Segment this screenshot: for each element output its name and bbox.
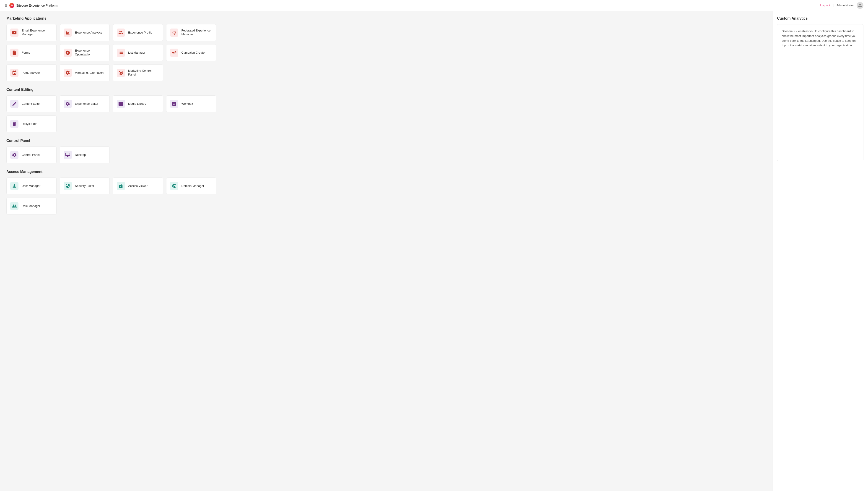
logout-link[interactable]: Log out xyxy=(820,4,830,7)
card-marketing-control-panel[interactable]: Marketing Control Panel xyxy=(113,64,163,81)
section-title-content-editing: Content Editing xyxy=(6,88,766,92)
cards-grid-control-panel: Control PanelDesktop xyxy=(6,146,216,163)
card-icon-marketing-automation xyxy=(64,69,72,77)
topbar-separator: | xyxy=(833,4,834,7)
card-icon-campaign-creator xyxy=(170,49,178,57)
card-icon-content-editor xyxy=(10,100,19,108)
card-federated-experience-manager[interactable]: Federated Experience Manager xyxy=(166,24,216,41)
card-label-workbox: Workbox xyxy=(182,102,193,106)
section-content-editing: Content EditingContent EditorExperience … xyxy=(6,88,766,132)
section-title-access-management: Access Management xyxy=(6,170,766,174)
card-icon-federated-experience-manager xyxy=(170,29,178,37)
card-list-manager[interactable]: List Manager xyxy=(113,44,163,61)
card-icon-list-manager xyxy=(117,49,125,57)
app-title: Sitecore Experience Platform xyxy=(16,4,58,7)
card-label-domain-manager: Domain Manager xyxy=(182,184,204,188)
card-experience-optimization[interactable]: Experience Optimization xyxy=(60,44,110,61)
card-icon-experience-optimization xyxy=(64,49,72,57)
grid-icon[interactable]: ⊞ xyxy=(5,3,7,7)
card-role-manager[interactable]: Role Manager xyxy=(6,198,57,214)
card-label-campaign-creator: Campaign Creator xyxy=(182,51,206,55)
card-label-access-viewer: Access Viewer xyxy=(128,184,148,188)
topbar-left: ⊞ Sitecore Experience Platform xyxy=(5,3,58,8)
card-icon-control-panel-app xyxy=(10,151,19,159)
card-recycle-bin[interactable]: Recycle Bin xyxy=(6,115,57,132)
card-marketing-automation[interactable]: Marketing Automation xyxy=(60,64,110,81)
card-icon-email-experience-manager xyxy=(10,29,19,37)
card-icon-experience-editor xyxy=(64,100,72,108)
card-label-forms: Forms xyxy=(22,51,30,55)
card-icon-access-viewer xyxy=(117,182,125,190)
card-label-marketing-automation: Marketing Automation xyxy=(75,71,104,75)
card-label-security-editor: Security Editor xyxy=(75,184,94,188)
sitecore-logo-icon xyxy=(9,3,14,8)
card-desktop[interactable]: Desktop xyxy=(60,146,110,163)
card-icon-domain-manager xyxy=(170,182,178,190)
section-title-control-panel: Control Panel xyxy=(6,139,766,143)
section-control-panel: Control PanelControl PanelDesktop xyxy=(6,139,766,163)
card-icon-experience-analytics xyxy=(64,29,72,37)
card-experience-editor[interactable]: Experience Editor xyxy=(60,95,110,112)
card-label-control-panel-app: Control Panel xyxy=(22,153,40,157)
card-control-panel-app[interactable]: Control Panel xyxy=(6,146,57,163)
card-icon-workbox xyxy=(170,100,178,108)
card-access-viewer[interactable]: Access Viewer xyxy=(113,177,163,194)
cards-grid-content-editing: Content EditorExperience EditorMedia Lib… xyxy=(6,95,216,132)
card-icon-media-library xyxy=(117,100,125,108)
section-access-management: Access ManagementUser ManagerSecurity Ed… xyxy=(6,170,766,214)
custom-analytics-title: Custom Analytics xyxy=(777,17,863,21)
card-campaign-creator[interactable]: Campaign Creator xyxy=(166,44,216,61)
card-path-analyzer[interactable]: Path Analyzer xyxy=(6,64,57,81)
card-icon-role-manager xyxy=(10,202,19,210)
cards-grid-access-management: User ManagerSecurity EditorAccess Viewer… xyxy=(6,177,216,214)
card-label-user-manager: User Manager xyxy=(22,184,40,188)
card-label-content-editor: Content Editor xyxy=(22,102,40,106)
card-label-recycle-bin: Recycle Bin xyxy=(22,122,37,126)
topbar-right: Log out | Administrator xyxy=(820,2,863,9)
card-label-experience-editor: Experience Editor xyxy=(75,102,98,106)
card-experience-analytics[interactable]: Experience Analytics xyxy=(60,24,110,41)
custom-analytics-description: Sitecore XP enables you to configure thi… xyxy=(782,29,859,48)
custom-analytics-box: Sitecore XP enables you to configure thi… xyxy=(777,24,863,161)
card-label-list-manager: List Manager xyxy=(128,51,145,55)
main-layout: Marketing ApplicationsEmail Experience M… xyxy=(0,11,868,491)
card-forms[interactable]: Forms xyxy=(6,44,57,61)
card-label-role-manager: Role Manager xyxy=(22,204,40,208)
card-icon-user-manager xyxy=(10,182,19,190)
card-label-email-experience-manager: Email Experience Manager xyxy=(22,29,53,36)
card-workbox[interactable]: Workbox xyxy=(166,95,216,112)
card-icon-marketing-control-panel xyxy=(117,69,125,77)
card-media-library[interactable]: Media Library xyxy=(113,95,163,112)
card-icon-path-analyzer xyxy=(10,69,19,77)
section-title-marketing-applications: Marketing Applications xyxy=(6,17,766,21)
section-marketing-applications: Marketing ApplicationsEmail Experience M… xyxy=(6,17,766,81)
cards-grid-marketing-applications: Email Experience ManagerExperience Analy… xyxy=(6,24,216,81)
card-label-marketing-control-panel: Marketing Control Panel xyxy=(128,69,159,77)
admin-label: Administrator xyxy=(836,4,854,7)
card-label-media-library: Media Library xyxy=(128,102,146,106)
card-user-manager[interactable]: User Manager xyxy=(6,177,57,194)
card-security-editor[interactable]: Security Editor xyxy=(60,177,110,194)
topbar: ⊞ Sitecore Experience Platform Log out |… xyxy=(0,0,868,11)
card-icon-forms xyxy=(10,49,19,57)
card-domain-manager[interactable]: Domain Manager xyxy=(166,177,216,194)
card-icon-desktop xyxy=(64,151,72,159)
card-icon-security-editor xyxy=(64,182,72,190)
card-email-experience-manager[interactable]: Email Experience Manager xyxy=(6,24,57,41)
card-icon-experience-profile xyxy=(117,29,125,37)
topbar-logo: ⊞ Sitecore Experience Platform xyxy=(5,3,58,8)
avatar[interactable] xyxy=(857,2,863,9)
card-label-experience-analytics: Experience Analytics xyxy=(75,31,102,35)
card-label-experience-optimization: Experience Optimization xyxy=(75,49,106,57)
card-label-desktop: Desktop xyxy=(75,153,86,157)
custom-analytics-panel: Custom Analytics Sitecore XP enables you… xyxy=(772,11,868,491)
card-label-federated-experience-manager: Federated Experience Manager xyxy=(182,29,213,36)
card-experience-profile[interactable]: Experience Profile xyxy=(113,24,163,41)
card-label-path-analyzer: Path Analyzer xyxy=(22,71,40,75)
card-icon-recycle-bin xyxy=(10,120,19,128)
card-content-editor[interactable]: Content Editor xyxy=(6,95,57,112)
card-label-experience-profile: Experience Profile xyxy=(128,31,152,35)
content-area: Marketing ApplicationsEmail Experience M… xyxy=(0,11,772,491)
